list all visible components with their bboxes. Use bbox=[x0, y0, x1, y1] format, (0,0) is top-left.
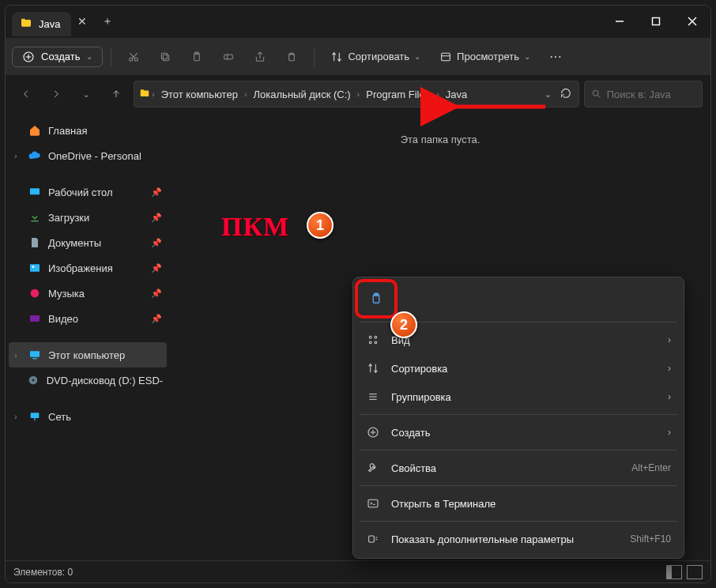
minimize-button[interactable] bbox=[601, 6, 638, 37]
svg-point-31 bbox=[32, 379, 35, 382]
svg-rect-46 bbox=[368, 499, 378, 507]
svg-rect-23 bbox=[31, 220, 38, 221]
svg-point-39 bbox=[375, 341, 377, 344]
context-item-terminal[interactable]: Открыть в Терминале bbox=[358, 489, 679, 518]
window-controls bbox=[601, 6, 710, 37]
sidebar-item-onedrive[interactable]: ›OneDrive - Personal bbox=[6, 143, 170, 168]
chevron-right-icon: › bbox=[668, 334, 671, 345]
statusbar: Элементов: 0 bbox=[6, 560, 710, 582]
breadcrumb-item[interactable]: Локальный диск (C:) bbox=[249, 86, 356, 103]
cut-button[interactable] bbox=[119, 44, 148, 70]
search-input[interactable] bbox=[607, 89, 695, 100]
sidebar-item-music[interactable]: Музыка📌 bbox=[6, 281, 170, 306]
share-button[interactable] bbox=[246, 44, 274, 70]
context-label: Показать дополнительные параметры bbox=[391, 533, 574, 545]
context-label: Создать bbox=[391, 427, 430, 439]
sidebar-label: Этот компьютер bbox=[48, 349, 125, 361]
up-button[interactable] bbox=[104, 81, 129, 107]
delete-button[interactable] bbox=[277, 44, 306, 70]
tab-close-button[interactable]: ✕ bbox=[71, 10, 93, 32]
more-button[interactable]: ⋯ bbox=[541, 44, 570, 70]
pin-icon: 📌 bbox=[151, 263, 162, 273]
recent-button[interactable]: ⌄ bbox=[73, 81, 99, 107]
chevron-right-icon: › bbox=[357, 89, 360, 99]
sort-button[interactable]: Сортировать ⌄ bbox=[322, 44, 428, 70]
sidebar-item-documents[interactable]: Документы📌 bbox=[6, 230, 170, 255]
tab-java[interactable]: Java bbox=[12, 12, 71, 36]
search-box[interactable] bbox=[584, 81, 703, 107]
svg-point-25 bbox=[32, 266, 35, 268]
search-icon bbox=[591, 88, 602, 100]
titlebar: Java ✕ ＋ bbox=[6, 6, 710, 37]
context-paste-button[interactable] bbox=[361, 285, 391, 312]
svg-rect-28 bbox=[30, 351, 40, 356]
sidebar-item-thispc[interactable]: ›Этот компьютер bbox=[9, 342, 167, 368]
folder-icon bbox=[20, 17, 32, 32]
sidebar-item-home[interactable]: Главная bbox=[6, 118, 170, 143]
chevron-right-icon: › bbox=[668, 391, 671, 402]
context-item-sort[interactable]: Сортировка › bbox=[358, 354, 679, 383]
terminal-icon bbox=[366, 497, 380, 510]
sidebar-item-network[interactable]: ›Сеть bbox=[6, 404, 170, 429]
context-item-group[interactable]: Группировка › bbox=[358, 383, 679, 411]
forward-button[interactable] bbox=[43, 81, 69, 107]
svg-rect-24 bbox=[30, 264, 40, 271]
context-item-properties[interactable]: Свойства Alt+Enter bbox=[358, 454, 679, 482]
back-button[interactable] bbox=[13, 81, 39, 107]
sidebar-item-downloads[interactable]: Загрузки📌 bbox=[6, 205, 170, 230]
svg-rect-27 bbox=[30, 315, 40, 322]
toolbar: Создать ⌄ Сортировать ⌄ Просмотреть ⌄ ⋯ bbox=[6, 37, 710, 75]
sidebar-label: Главная bbox=[48, 125, 87, 137]
annotation-badge-1: 1 bbox=[307, 212, 334, 239]
download-icon bbox=[28, 211, 42, 224]
view-details-button[interactable] bbox=[666, 565, 682, 579]
svg-rect-48 bbox=[369, 536, 375, 542]
refresh-button[interactable] bbox=[560, 87, 572, 102]
copy-button[interactable] bbox=[151, 44, 179, 70]
breadcrumb-item[interactable]: Program Files bbox=[361, 86, 435, 103]
sidebar-label: Рабочий стол bbox=[48, 187, 113, 198]
svg-rect-22 bbox=[30, 188, 40, 194]
chevron-right-icon: › bbox=[152, 89, 155, 99]
close-button[interactable] bbox=[674, 6, 710, 37]
chevron-down-icon: ⌄ bbox=[86, 52, 92, 61]
video-icon bbox=[28, 312, 42, 325]
svg-rect-18 bbox=[442, 53, 450, 60]
sidebar-label: Изображения bbox=[48, 262, 113, 274]
context-item-new[interactable]: Создать › bbox=[358, 418, 679, 447]
context-item-more[interactable]: Показать дополнительные параметры Shift+… bbox=[358, 525, 679, 553]
breadcrumb-item[interactable]: Этот компьютер bbox=[156, 86, 243, 103]
home-icon bbox=[28, 124, 42, 137]
annotation-badge-2: 2 bbox=[390, 311, 417, 338]
rename-button[interactable] bbox=[214, 44, 243, 70]
sidebar-item-videos[interactable]: Видео📌 bbox=[6, 306, 170, 331]
view-label: Просмотреть bbox=[457, 51, 519, 62]
svg-rect-11 bbox=[164, 55, 169, 60]
view-button[interactable]: Просмотреть ⌄ bbox=[431, 44, 538, 70]
sidebar-label: DVD-дисковод (D:) ESD-IS bbox=[47, 375, 164, 386]
pin-icon: 📌 bbox=[151, 288, 162, 299]
svg-point-38 bbox=[369, 341, 371, 344]
new-button[interactable]: Создать ⌄ bbox=[12, 47, 103, 67]
sidebar-item-dvd[interactable]: DVD-дисковод (D:) ESD-IS bbox=[6, 368, 170, 393]
svg-line-21 bbox=[597, 95, 600, 97]
svg-rect-32 bbox=[31, 413, 40, 418]
view-large-button[interactable] bbox=[687, 565, 703, 579]
maximize-button[interactable] bbox=[638, 6, 674, 37]
tab-title: Java bbox=[39, 18, 60, 30]
context-label: Свойства bbox=[391, 462, 436, 474]
status-item-count: Элементов: 0 bbox=[13, 567, 73, 578]
disc-icon bbox=[27, 374, 40, 386]
sidebar-item-pictures[interactable]: Изображения📌 bbox=[6, 255, 170, 281]
chevron-down-icon: ⌄ bbox=[414, 52, 420, 61]
svg-point-26 bbox=[31, 289, 40, 298]
sort-icon bbox=[366, 362, 380, 375]
sidebar-item-desktop[interactable]: Рабочий стол📌 bbox=[6, 179, 170, 205]
grid-icon bbox=[366, 334, 380, 346]
chevron-right-icon: › bbox=[244, 89, 247, 99]
context-label: Группировка bbox=[391, 391, 451, 403]
tab-new-button[interactable]: ＋ bbox=[96, 10, 119, 32]
paste-button[interactable] bbox=[183, 44, 211, 70]
network-icon bbox=[28, 410, 42, 423]
svg-rect-1 bbox=[653, 18, 660, 25]
